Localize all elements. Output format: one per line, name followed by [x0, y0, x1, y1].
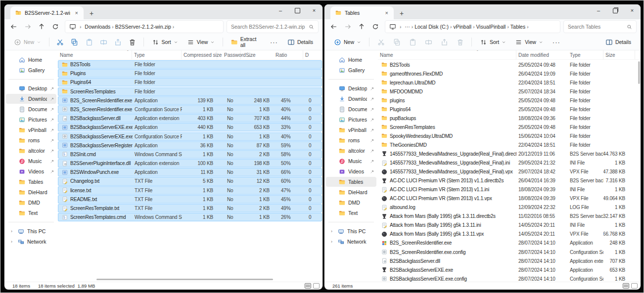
paste-button[interactable] — [83, 36, 95, 48]
file-row[interactable]: B2SBackglassServerEXE.exe.config Configu… — [58, 132, 322, 141]
file-row[interactable]: plugins 25/05/2024 09:48 File folder — [378, 96, 641, 105]
sidebar-item[interactable]: › Downloads — [326, 94, 376, 104]
sidebar-item[interactable]: › — [8, 222, 54, 222]
breadcrumb-item[interactable]: VisualPinball — [476, 24, 506, 30]
sidebar-item[interactable]: › Videos — [326, 167, 376, 176]
sidebar-item[interactable]: › Pictures — [326, 115, 376, 125]
details-view-toggle[interactable] — [305, 283, 311, 289]
sidebar-item[interactable]: › Home — [6, 55, 56, 65]
sidebar-item[interactable]: › altcolor — [326, 146, 376, 156]
file-row[interactable]: 1455577933_MedievalMadness_Upgrade(Real_… — [378, 159, 641, 167]
up-button[interactable] — [355, 21, 368, 33]
sidebar-item[interactable]: › DieHard — [6, 187, 56, 197]
sidebar-item[interactable]: › Home — [326, 55, 376, 65]
new-button[interactable]: New — [330, 36, 365, 48]
file-row[interactable]: B2STools File folder — [58, 60, 322, 69]
file-row[interactable]: ScreenResTemplates.cmd Windows Command S… — [58, 213, 322, 221]
close-button[interactable]: × — [624, 4, 641, 16]
column-header[interactable]: Type — [568, 50, 603, 59]
back-button[interactable] — [327, 21, 340, 33]
forward-button[interactable] — [21, 21, 34, 33]
file-row[interactable]: license.txt TXT File 1 KB No 2 KB 47% 0 — [58, 186, 322, 195]
thumbnail-view-toggle[interactable] — [313, 283, 320, 289]
file-row[interactable]: Changelog.txt TXT File 5 KB No 12 KB 60%… — [58, 177, 322, 185]
breadcrumb-item[interactable]: B2SServer-2.1.2-win.zip — [115, 24, 171, 30]
sidebar-item[interactable]: › Text — [326, 208, 376, 218]
more-options-button[interactable]: ··· — [549, 39, 564, 46]
copy-button[interactable] — [68, 36, 81, 48]
chevron-right-icon[interactable]: › — [11, 229, 15, 234]
maximize-button[interactable] — [289, 4, 306, 16]
sidebar-item[interactable]: › Gallery — [6, 65, 56, 75]
sidebar-item[interactable]: › Documents — [326, 104, 376, 114]
file-row[interactable]: Plugins64 File folder — [58, 78, 322, 86]
thumbnail-view-toggle[interactable] — [631, 283, 638, 289]
file-row[interactable]: MFDOOMDMD 25/07/2024 18:34 File folder — [378, 87, 641, 96]
sidebar-item[interactable]: › — [8, 79, 54, 80]
new-tab-button[interactable]: + — [90, 9, 93, 17]
sidebar-item[interactable]: › vPinball — [326, 125, 376, 135]
file-row[interactable]: 1455577933_MedievalMadness_Upgrade(Real_… — [378, 167, 641, 176]
column-header[interactable]: Name — [378, 50, 516, 59]
delete-button[interactable] — [126, 36, 138, 48]
column-header[interactable]: Ratio — [274, 50, 303, 59]
sidebar-item[interactable]: › Desktop — [6, 84, 56, 93]
sidebar-item[interactable]: › Network — [6, 237, 56, 247]
column-header[interactable]: Size — [603, 50, 635, 59]
file-row[interactable]: Plugins64 25/05/2024 09:48 File folder — [378, 105, 641, 114]
horizontal-scrollbar[interactable] — [96, 279, 273, 280]
sidebar-item[interactable]: › Music — [326, 156, 376, 166]
file-row[interactable]: B2SServerPluginInterface.dll Application… — [58, 159, 322, 167]
file-row[interactable]: B2SBackglassServerRegisterApp.exe Applic… — [58, 141, 322, 150]
minimize-button[interactable]: – — [590, 4, 607, 16]
close-tab-icon[interactable]: × — [384, 10, 390, 16]
breadcrumb-item[interactable]: Local Disk (C:) — [414, 24, 449, 30]
file-row[interactable]: leprechaun.UltraDMD 22/04/2024 18:51 Fil… — [378, 78, 641, 87]
column-header[interactable]: Type — [132, 50, 182, 59]
cut-button[interactable] — [374, 36, 388, 48]
file-row[interactable]: README.txt TXT File 1 KB No 1 KB 45% 0 — [58, 195, 322, 204]
address-bar[interactable]: › Downloads›B2SServer-2.1.2-win.zip› — [65, 20, 224, 33]
file-row[interactable]: Plugins File folder — [58, 69, 322, 78]
file-row[interactable]: pupBackups 18/08/2024 09:36 File folder — [378, 114, 641, 123]
sidebar-item[interactable]: › This PC — [6, 226, 56, 236]
sidebar-item[interactable]: › roms — [326, 135, 376, 145]
paste-button[interactable] — [406, 36, 419, 48]
file-row[interactable]: 1455577933_MedievalMadness_Upgrade(Real_… — [378, 149, 641, 158]
view-button[interactable]: View — [184, 36, 219, 48]
file-row[interactable]: B2SBackglassServer.dll 28/07/2024 14:10 … — [378, 256, 641, 265]
rename-button[interactable] — [97, 36, 110, 48]
file-row[interactable]: B2S_ScreenResIdentifier.exe 28/07/2024 1… — [378, 239, 641, 248]
search-input[interactable]: Search B2SServer-2.1.2-win.zip — [227, 20, 319, 33]
sidebar-item[interactable]: › Text — [6, 208, 56, 218]
share-button[interactable] — [112, 36, 124, 48]
sidebar-item[interactable]: › roms — [6, 135, 56, 145]
file-row[interactable]: gameofthrones.FlexDMD 26/04/2024 19:09 F… — [378, 69, 641, 78]
file-row[interactable]: AC-DC LUCI Premium VR (Stern 2013) v1.1.… — [378, 194, 641, 203]
tab-tables[interactable]: Tables × — [330, 6, 394, 19]
cut-button[interactable] — [54, 36, 66, 48]
breadcrumb-item[interactable]: ··· — [405, 24, 410, 30]
new-button[interactable]: New — [10, 36, 45, 48]
file-row[interactable]: AC-DC LUCI Premium VR (Stern 2013) v1.1.… — [378, 176, 641, 185]
delete-button[interactable] — [453, 36, 467, 48]
details-view-toggle[interactable] — [623, 283, 629, 289]
sidebar-item[interactable]: › vPinball — [6, 125, 56, 135]
file-row[interactable]: B2SBackglassServerEXE.exe 28/07/2024 14:… — [378, 265, 641, 274]
back-button[interactable] — [7, 21, 20, 33]
scrollbar-thumb[interactable] — [638, 61, 640, 84]
close-tab-icon[interactable]: × — [74, 10, 80, 16]
sidebar-item[interactable]: › altcolor — [6, 146, 56, 156]
sidebar-item[interactable]: › Music — [6, 156, 56, 166]
breadcrumb-item[interactable]: vPinball — [453, 24, 471, 30]
sidebar-item[interactable]: › Videos — [6, 167, 56, 176]
address-bar[interactable]: › ···›Local Disk (C:)›vPinball›VisualPin… — [385, 20, 560, 33]
column-header[interactable]: Date modified — [516, 50, 568, 59]
details-pane-button[interactable]: Details — [602, 36, 635, 48]
file-row[interactable]: B2S_ScreenResIdentifier.exe.config 28/07… — [378, 248, 641, 256]
file-row[interactable]: ScreenResTemplates File folder — [58, 87, 322, 96]
sidebar-item[interactable]: › This PC — [326, 226, 376, 236]
copy-button[interactable] — [390, 36, 404, 48]
sidebar-item[interactable]: › — [328, 222, 374, 222]
up-button[interactable] — [35, 21, 48, 33]
